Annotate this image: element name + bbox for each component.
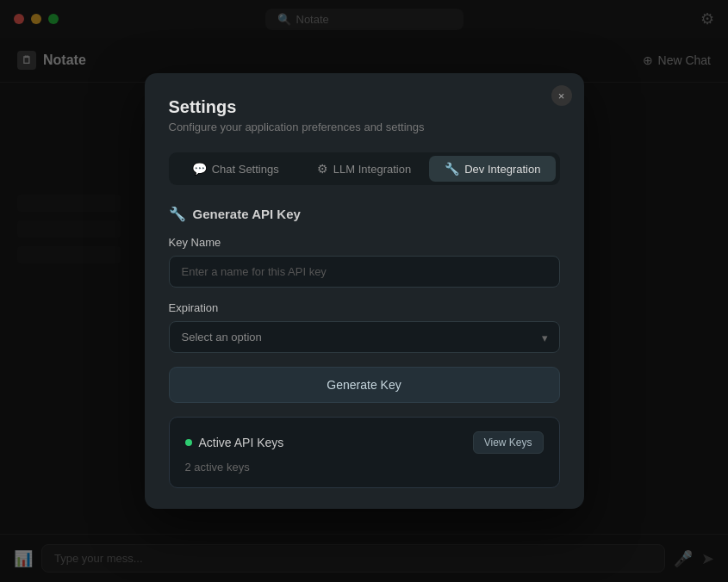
tab-dev-integration[interactable]: 🔧 Dev Integration [429,156,556,182]
tab-llm-label: LLM Integration [333,163,411,176]
dev-icon: 🔧 [445,162,459,176]
expiration-select[interactable]: Select an option 30 days 60 days 90 days… [169,321,560,353]
active-keys-count: 2 active keys [185,461,544,474]
tab-chat-settings-label: Chat Settings [212,163,279,176]
section-header: 🔧 Generate API Key [169,206,560,222]
key-name-input[interactable] [169,256,560,288]
tab-chat-settings[interactable]: 💬 Chat Settings [172,156,299,182]
settings-tabs: 💬 Chat Settings ⚙ LLM Integration 🔧 Dev … [169,152,560,185]
view-keys-button[interactable]: View Keys [473,431,544,454]
active-status-dot [185,439,192,446]
llm-icon: ⚙ [317,162,328,176]
tab-llm-integration[interactable]: ⚙ LLM Integration [301,156,427,182]
settings-modal: × Settings Configure your application pr… [145,73,584,509]
chat-settings-icon: 💬 [192,162,207,176]
api-key-icon: 🔧 [169,206,186,222]
tab-dev-label: Dev Integration [464,163,540,176]
expiration-wrapper: Select an option 30 days 60 days 90 days… [169,321,560,353]
api-keys-card: Active API Keys View Keys 2 active keys [169,417,560,488]
api-keys-header: Active API Keys View Keys [185,431,544,454]
expiration-label: Expiration [169,301,560,314]
generate-key-button[interactable]: Generate Key [169,367,560,403]
section-title: Generate API Key [193,207,301,221]
modal-title: Settings [169,97,560,117]
modal-subtitle: Configure your application preferences a… [169,121,560,133]
modal-overlay: × Settings Configure your application pr… [0,0,728,582]
api-keys-title-row: Active API Keys [185,436,284,449]
key-name-label: Key Name [169,236,560,249]
dev-integration-panel: 🔧 Generate API Key Key Name Expiration S… [169,206,560,488]
modal-close-button[interactable]: × [551,85,572,106]
api-keys-title: Active API Keys [199,436,284,449]
